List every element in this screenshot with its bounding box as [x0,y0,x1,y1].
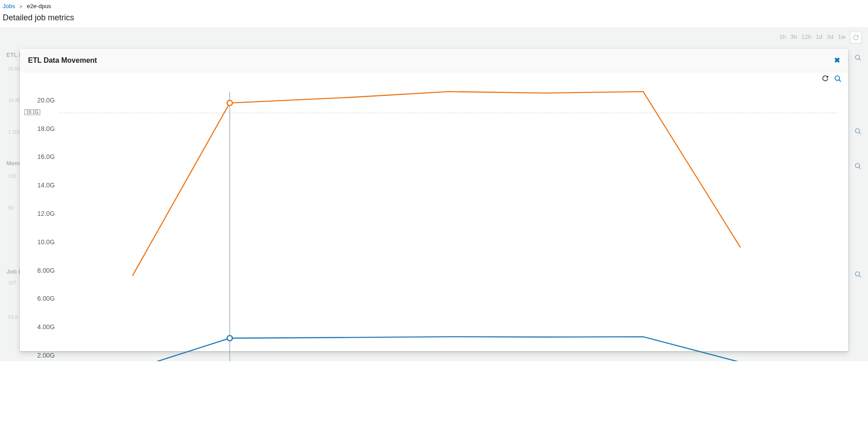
svg-line-5 [859,167,861,169]
line-chart[interactable]: 2.00G4.00G6.00G8.00G10.0G12.0G14.0G16.0G… [24,86,844,361]
svg-point-57 [227,335,233,341]
svg-text:18.0G: 18.0G [38,125,55,132]
chart-container[interactable]: 2.00G4.00G6.00G8.00G10.0G12.0G14.0G16.0G… [20,72,848,361]
chevron-right-icon: > [19,4,22,9]
time-range-3h[interactable]: 3h [790,33,797,40]
time-range-1w[interactable]: 1w [838,33,845,40]
svg-point-56 [227,100,233,106]
refresh-button[interactable] [850,32,862,43]
modal-title: ETL Data Movement [28,56,97,65]
time-range-3d[interactable]: 3d [827,33,833,40]
svg-text:6.00G: 6.00G [38,295,55,302]
breadcrumb: Jobs > e2e-dpus [0,0,868,11]
time-range-selector: 1h3h12h1d3d1w [779,33,845,40]
svg-text:16.0G: 16.0G [38,153,55,160]
svg-text:12.0G: 12.0G [38,210,55,217]
svg-line-3 [859,132,861,134]
bg-y-tick: 107 [8,280,16,285]
bg-zoom-icon[interactable] [854,163,862,171]
svg-line-7 [859,275,861,277]
time-range-1h[interactable]: 1h [779,33,786,40]
svg-text:4.00G: 4.00G [38,323,55,330]
time-range-1d[interactable]: 1d [816,33,822,40]
hover-y-value-badge: 19.1G [24,109,40,115]
bg-zoom-icon[interactable] [854,128,862,136]
svg-text:8.00G: 8.00G [38,267,55,274]
bg-zoom-icon[interactable] [854,271,862,279]
breadcrumb-current: e2e-dpus [27,3,51,9]
svg-point-0 [855,55,859,59]
svg-text:14.0G: 14.0G [38,181,55,189]
svg-point-2 [855,129,859,133]
close-icon[interactable]: ✖ [834,56,840,65]
svg-text:20.0G: 20.0G [38,97,55,104]
svg-line-1 [859,59,861,60]
modal-header: ETL Data Movement ✖ [20,49,848,72]
breadcrumb-root-link[interactable]: Jobs [3,3,15,9]
time-range-12h[interactable]: 12h [802,33,812,40]
svg-text:2.00G: 2.00G [38,352,55,359]
svg-point-6 [855,272,859,276]
page-title: Detailed job metrics [0,11,868,27]
svg-text:10.0G: 10.0G [38,238,55,246]
bg-y-tick: 53.5 [8,314,18,320]
dashboard-area: 1h3h12h1d3d1w ETL D20.6G10.9G1.20GMemo10… [0,27,868,361]
chart-modal: ETL Data Movement ✖ 2.00G4.00G6.00G8.00G… [20,49,848,351]
bg-zoom-icon[interactable] [854,54,862,63]
bg-y-tick: 50 [8,205,14,210]
bg-y-tick: 100 [8,173,16,179]
svg-point-4 [855,163,859,167]
